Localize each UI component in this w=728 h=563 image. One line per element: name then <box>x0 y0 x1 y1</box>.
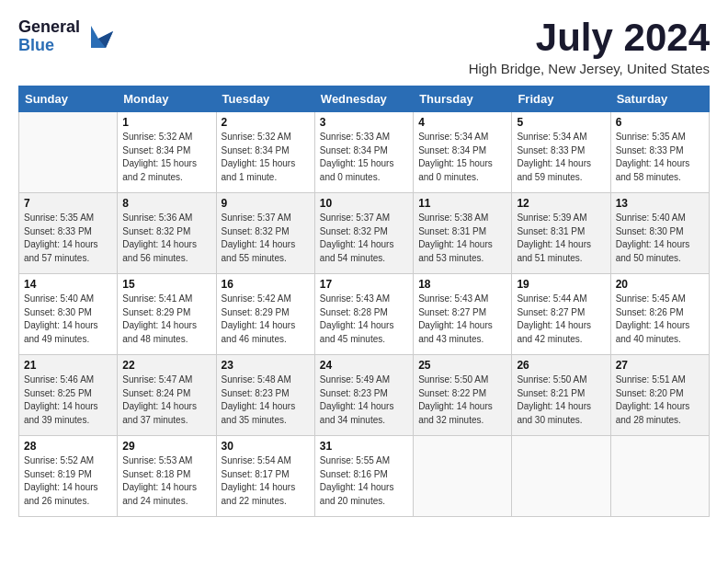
calendar-cell: 16Sunrise: 5:42 AM Sunset: 8:29 PM Dayli… <box>216 274 314 355</box>
day-info: Sunrise: 5:50 AM Sunset: 8:22 PM Dayligh… <box>418 373 506 427</box>
day-number: 19 <box>517 278 605 291</box>
day-number: 26 <box>517 359 605 372</box>
day-number: 5 <box>517 116 605 129</box>
week-row-2: 7Sunrise: 5:35 AM Sunset: 8:33 PM Daylig… <box>19 193 710 274</box>
day-number: 22 <box>122 359 210 372</box>
header-row: SundayMondayTuesdayWednesdayThursdayFrid… <box>19 86 710 112</box>
day-info: Sunrise: 5:45 AM Sunset: 8:26 PM Dayligh… <box>616 293 704 346</box>
day-info: Sunrise: 5:35 AM Sunset: 8:33 PM Dayligh… <box>616 131 704 184</box>
calendar-cell: 10Sunrise: 5:37 AM Sunset: 8:32 PM Dayli… <box>314 193 413 274</box>
logo-general: General <box>18 18 80 37</box>
calendar-cell: 5Sunrise: 5:34 AM Sunset: 8:33 PM Daylig… <box>512 112 610 193</box>
title-block: July 2024 High Bridge, New Jersey, Unite… <box>469 18 710 76</box>
day-info: Sunrise: 5:55 AM Sunset: 8:16 PM Dayligh… <box>320 454 408 508</box>
day-info: Sunrise: 5:51 AM Sunset: 8:20 PM Dayligh… <box>616 373 704 427</box>
calendar-cell: 21Sunrise: 5:46 AM Sunset: 8:25 PM Dayli… <box>19 355 118 436</box>
day-info: Sunrise: 5:33 AM Sunset: 8:34 PM Dayligh… <box>320 131 408 184</box>
week-row-3: 14Sunrise: 5:40 AM Sunset: 8:30 PM Dayli… <box>19 274 710 355</box>
day-info: Sunrise: 5:43 AM Sunset: 8:28 PM Dayligh… <box>320 293 408 346</box>
day-number: 1 <box>122 116 210 129</box>
day-number: 28 <box>24 440 112 453</box>
calendar-cell: 24Sunrise: 5:49 AM Sunset: 8:23 PM Dayli… <box>314 355 413 436</box>
day-info: Sunrise: 5:35 AM Sunset: 8:33 PM Dayligh… <box>24 212 112 265</box>
day-number: 4 <box>418 116 506 129</box>
day-number: 31 <box>320 440 408 453</box>
calendar-cell: 9Sunrise: 5:37 AM Sunset: 8:32 PM Daylig… <box>216 193 314 274</box>
calendar-cell: 6Sunrise: 5:35 AM Sunset: 8:33 PM Daylig… <box>610 112 709 193</box>
day-info: Sunrise: 5:49 AM Sunset: 8:23 PM Dayligh… <box>320 373 408 427</box>
calendar-cell: 27Sunrise: 5:51 AM Sunset: 8:20 PM Dayli… <box>610 355 709 436</box>
day-number: 9 <box>222 197 310 210</box>
calendar-cell: 3Sunrise: 5:33 AM Sunset: 8:34 PM Daylig… <box>314 112 413 193</box>
day-info: Sunrise: 5:54 AM Sunset: 8:17 PM Dayligh… <box>222 454 310 508</box>
calendar-cell: 20Sunrise: 5:45 AM Sunset: 8:26 PM Dayli… <box>610 274 709 355</box>
day-info: Sunrise: 5:47 AM Sunset: 8:24 PM Dayligh… <box>122 373 210 427</box>
day-number: 16 <box>222 278 310 291</box>
header-cell-saturday: Saturday <box>610 86 709 112</box>
day-info: Sunrise: 5:32 AM Sunset: 8:34 PM Dayligh… <box>222 131 310 184</box>
header-cell-sunday: Sunday <box>19 86 118 112</box>
day-info: Sunrise: 5:34 AM Sunset: 8:34 PM Dayligh… <box>418 131 506 184</box>
logo-text: General Blue <box>18 18 80 55</box>
calendar-cell: 30Sunrise: 5:54 AM Sunset: 8:17 PM Dayli… <box>216 436 314 517</box>
header-cell-thursday: Thursday <box>414 86 512 112</box>
day-number: 10 <box>320 197 408 210</box>
calendar-cell: 19Sunrise: 5:44 AM Sunset: 8:27 PM Dayli… <box>512 274 610 355</box>
day-number: 15 <box>122 278 210 291</box>
day-number: 11 <box>418 197 506 210</box>
calendar-cell: 18Sunrise: 5:43 AM Sunset: 8:27 PM Dayli… <box>414 274 512 355</box>
day-info: Sunrise: 5:34 AM Sunset: 8:33 PM Dayligh… <box>517 131 605 184</box>
calendar-cell: 14Sunrise: 5:40 AM Sunset: 8:30 PM Dayli… <box>19 274 118 355</box>
header-cell-wednesday: Wednesday <box>314 86 413 112</box>
day-number: 27 <box>616 359 704 372</box>
logo-icon <box>84 22 113 52</box>
day-number: 17 <box>320 278 408 291</box>
day-number: 7 <box>24 197 112 210</box>
day-number: 23 <box>222 359 310 372</box>
day-number: 8 <box>122 197 210 210</box>
calendar-cell: 23Sunrise: 5:48 AM Sunset: 8:23 PM Dayli… <box>216 355 314 436</box>
logo-blue: Blue <box>18 37 80 55</box>
calendar-cell: 29Sunrise: 5:53 AM Sunset: 8:18 PM Dayli… <box>118 436 216 517</box>
calendar-cell: 1Sunrise: 5:32 AM Sunset: 8:34 PM Daylig… <box>118 112 216 193</box>
calendar-cell: 17Sunrise: 5:43 AM Sunset: 8:28 PM Dayli… <box>314 274 413 355</box>
calendar-cell: 4Sunrise: 5:34 AM Sunset: 8:34 PM Daylig… <box>414 112 512 193</box>
calendar-cell: 8Sunrise: 5:36 AM Sunset: 8:32 PM Daylig… <box>118 193 216 274</box>
day-info: Sunrise: 5:42 AM Sunset: 8:29 PM Dayligh… <box>222 293 310 346</box>
day-info: Sunrise: 5:53 AM Sunset: 8:18 PM Dayligh… <box>122 454 210 508</box>
calendar-cell: 22Sunrise: 5:47 AM Sunset: 8:24 PM Dayli… <box>118 355 216 436</box>
day-number: 2 <box>222 116 310 129</box>
calendar-table: SundayMondayTuesdayWednesdayThursdayFrid… <box>18 86 710 517</box>
day-info: Sunrise: 5:40 AM Sunset: 8:30 PM Dayligh… <box>24 293 112 346</box>
day-info: Sunrise: 5:41 AM Sunset: 8:29 PM Dayligh… <box>122 293 210 346</box>
day-info: Sunrise: 5:37 AM Sunset: 8:32 PM Dayligh… <box>222 212 310 265</box>
day-info: Sunrise: 5:32 AM Sunset: 8:34 PM Dayligh… <box>122 131 210 184</box>
day-number: 30 <box>222 440 310 453</box>
calendar-cell: 12Sunrise: 5:39 AM Sunset: 8:31 PM Dayli… <box>512 193 610 274</box>
header-cell-monday: Monday <box>118 86 216 112</box>
day-info: Sunrise: 5:48 AM Sunset: 8:23 PM Dayligh… <box>222 373 310 427</box>
header-cell-friday: Friday <box>512 86 610 112</box>
calendar-cell <box>610 436 709 517</box>
calendar-cell: 11Sunrise: 5:38 AM Sunset: 8:31 PM Dayli… <box>414 193 512 274</box>
day-info: Sunrise: 5:37 AM Sunset: 8:32 PM Dayligh… <box>320 212 408 265</box>
week-row-5: 28Sunrise: 5:52 AM Sunset: 8:19 PM Dayli… <box>19 436 710 517</box>
day-info: Sunrise: 5:44 AM Sunset: 8:27 PM Dayligh… <box>517 293 605 346</box>
calendar-cell: 7Sunrise: 5:35 AM Sunset: 8:33 PM Daylig… <box>19 193 118 274</box>
calendar-cell: 25Sunrise: 5:50 AM Sunset: 8:22 PM Dayli… <box>414 355 512 436</box>
calendar-cell: 26Sunrise: 5:50 AM Sunset: 8:21 PM Dayli… <box>512 355 610 436</box>
day-number: 12 <box>517 197 605 210</box>
calendar-cell <box>512 436 610 517</box>
day-info: Sunrise: 5:40 AM Sunset: 8:30 PM Dayligh… <box>616 212 704 265</box>
day-number: 21 <box>24 359 112 372</box>
day-info: Sunrise: 5:52 AM Sunset: 8:19 PM Dayligh… <box>24 454 112 508</box>
day-info: Sunrise: 5:38 AM Sunset: 8:31 PM Dayligh… <box>418 212 506 265</box>
day-number: 13 <box>616 197 704 210</box>
day-number: 18 <box>418 278 506 291</box>
page-header: General Blue July 2024 High Bridge, New … <box>18 18 710 76</box>
day-number: 6 <box>616 116 704 129</box>
calendar-cell: 15Sunrise: 5:41 AM Sunset: 8:29 PM Dayli… <box>118 274 216 355</box>
day-info: Sunrise: 5:43 AM Sunset: 8:27 PM Dayligh… <box>418 293 506 346</box>
day-number: 25 <box>418 359 506 372</box>
calendar-cell: 31Sunrise: 5:55 AM Sunset: 8:16 PM Dayli… <box>314 436 413 517</box>
